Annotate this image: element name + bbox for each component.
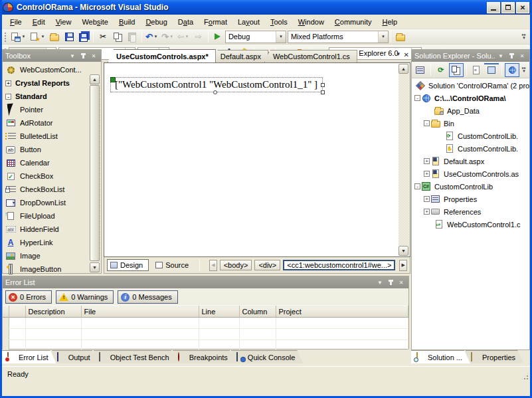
messages-filter-button[interactable]: i0 Messages [118,290,177,304]
resize-handle[interactable] [213,90,217,94]
view-code-button[interactable]: ≡ [470,63,484,77]
title-bar[interactable]: ControlORama - Microsoft Visual Studio ✕ [0,0,532,15]
tab-webcustomcontrol1-cs[interactable]: WebCustomControl1.cs [264,50,357,62]
warnings-filter-button[interactable]: 0 Warnings [56,290,114,304]
menu-item-build[interactable]: Build [114,16,140,28]
source-view-button[interactable]: Source [153,260,194,270]
toolbox-item-checkboxlist[interactable]: CheckBoxList [3,183,89,196]
menu-item-community[interactable]: Community [329,16,377,28]
minimize-button[interactable] [487,2,500,13]
navigate-back-button[interactable]: ⇦▼ [176,30,191,44]
refresh-button[interactable]: ⟳ [434,63,448,77]
tree-item-customcontrollib-dll[interactable]: ⟳CustomControlLib. [412,130,529,142]
tag-navigator-left-icon[interactable]: ◀ [209,260,217,271]
close-button[interactable]: ✕ [516,2,529,13]
line-header[interactable]: Line [199,306,239,318]
errors-filter-button[interactable]: ✕0 Errors [5,290,52,304]
copy-button[interactable] [110,30,125,44]
tree-item-webcustomcontrol1-cs[interactable]: c#WebCustomControl1.c [412,218,529,231]
tab-output[interactable]: Output [52,350,98,363]
toolbar-overflow-button[interactable]: ▸▸▼ [520,66,528,73]
menu-item-view[interactable]: View [50,16,77,28]
resize-handle[interactable] [321,83,325,87]
close-icon[interactable]: ✕ [397,278,406,287]
tab-usecustomcontrols-aspx[interactable]: UseCustomControls.aspx* [108,49,216,62]
error-list-caption[interactable]: Error List ▼ ✕ [3,276,408,288]
tree-item-solution[interactable]: Solution 'ControlORama' (2 pro [412,79,529,92]
tree-item-app-data[interactable]: App_Data [412,104,529,117]
tab-quick-console[interactable]: Quick Console [231,350,304,363]
add-new-item-button[interactable]: ★▼ [28,30,47,44]
toolbox-group-standard[interactable]: -Standard [3,90,89,103]
control-glyph-icon[interactable] [110,77,116,82]
row-selector-header[interactable] [3,306,9,318]
tree-item-customcontrollib-pdb[interactable]: ✋CustomControlLib. [412,142,529,155]
solution-configuration-combo[interactable]: Debug▼ [225,31,286,43]
description-header[interactable]: Description [25,306,81,318]
redo-button[interactable]: ↷▼ [160,30,176,44]
project-header[interactable]: Project [276,306,408,318]
combo-dropdown-icon[interactable]: ▼ [276,31,286,43]
menu-item-data[interactable]: Data [173,16,199,28]
toolbox-item-calendar[interactable]: Calendar [3,156,89,169]
toolbox-item-webcustomcontrol[interactable]: WebCustomCont... [3,63,89,76]
toolbox-item-image[interactable]: Image [3,249,89,262]
undo-button[interactable]: ↶▼ [144,30,160,44]
tree-item-properties[interactable]: +Properties [412,193,529,205]
scrollbar-thumb[interactable] [90,85,100,261]
start-debugging-button[interactable] [211,30,225,44]
design-scrollbar[interactable]: ▲ ▼ [399,64,409,256]
tag-div-button[interactable]: <div> [254,260,280,270]
toolbox-item-fileupload[interactable]: FileUpload [3,209,89,223]
menu-item-debug[interactable]: Debug [140,16,172,28]
properties-pages-button[interactable] [413,63,428,77]
error-list-grid[interactable]: Description File Line Column Project [3,306,408,349]
nest-related-files-button[interactable] [449,63,464,77]
tree-item-references[interactable]: +References [412,205,529,218]
menu-item-tools[interactable]: Tools [265,16,293,28]
tab-properties[interactable]: Properties [466,350,523,363]
tree-item-usecustomcontrols-aspx[interactable]: +▦UseCustomControls.as [412,167,529,180]
tab-default-aspx[interactable]: Default.aspx [212,50,268,62]
document-list-dropdown-icon[interactable]: ▼ [396,51,401,58]
resize-grip[interactable] [521,372,529,381]
menu-item-help[interactable]: Help [377,16,402,28]
toolbox-item-imagebutton[interactable]: ImageButton [3,262,89,276]
menu-item-edit[interactable]: Edit [27,16,50,28]
tab-breakpoints[interactable]: Breakpoints [173,350,236,363]
tree-item-website-root[interactable]: -C:\...\ControlORama\ [412,92,529,104]
menu-item-layout[interactable]: Layout [232,16,265,28]
save-all-button[interactable] [76,30,91,44]
toolbox-item-hiddenfield[interactable]: ablHiddenField [3,223,89,236]
window-position-icon[interactable]: ▼ [375,278,385,287]
tag-navigator-right-icon[interactable]: ▶ [399,260,407,271]
toolbox-caption[interactable]: Toolbox ▼ ✕ [3,50,101,62]
webcustomcontrol-design-instance[interactable]: ["WebCustomControl1 "WebCustomControl1_1… [110,77,323,92]
design-view-button[interactable]: Design [107,259,149,271]
toolbox-item-bulletedlist[interactable]: BulletedList [3,130,89,143]
scroll-up-icon[interactable]: ▲ [399,64,408,74]
scroll-up-icon[interactable]: ▲ [90,74,100,84]
cut-button[interactable]: ✂ [96,30,110,44]
window-position-icon[interactable]: ▼ [496,52,505,60]
column-header[interactable]: Column [239,306,276,318]
tag-body-button[interactable]: <body> [220,260,252,270]
tab-object-test-bench[interactable]: Object Test Bench [94,350,177,363]
toolbox-item-adrotator[interactable]: AdRotator [3,116,89,130]
tree-item-customcontrollib-project[interactable]: -C#CustomControlLib [412,180,529,193]
menu-item-file[interactable]: File [5,16,27,28]
tree-item-bin[interactable]: -Bin [412,117,529,130]
toolbar-overflow-button[interactable]: ▸▸▼ [520,33,528,40]
scroll-down-icon[interactable]: ▼ [90,262,100,272]
view-designer-button[interactable] [484,63,499,77]
tab-solution-explorer[interactable]: Solution ... [411,350,470,363]
close-document-icon[interactable]: ✕ [404,51,409,58]
aspnet-configuration-button[interactable] [505,63,519,77]
navigate-forward-button[interactable]: ⇨ [191,30,206,44]
toolbox-item-pointer[interactable]: Pointer [3,103,89,116]
menu-item-window[interactable]: Window [293,16,329,28]
window-position-icon[interactable]: ▼ [68,52,77,60]
scroll-down-icon[interactable]: ▼ [399,246,408,256]
file-header[interactable]: File [81,306,199,318]
close-icon[interactable]: ✕ [89,52,98,60]
